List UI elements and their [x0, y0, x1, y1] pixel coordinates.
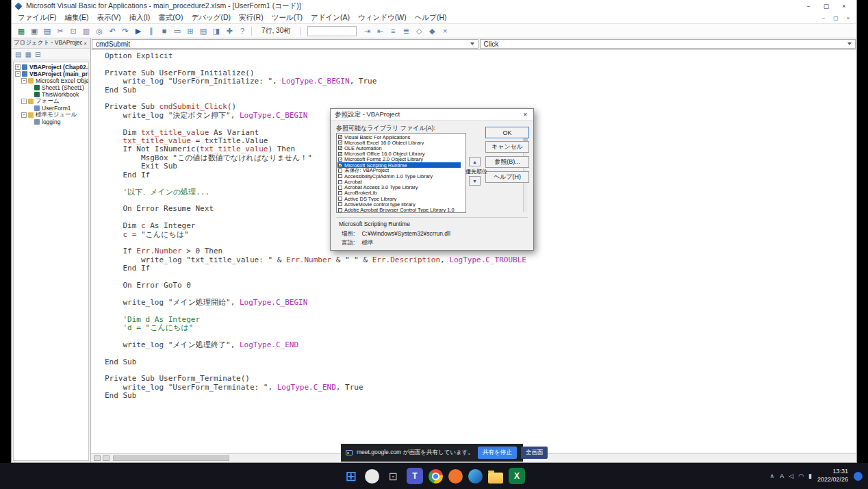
library-item[interactable]: 未保存: VBAProject	[337, 168, 461, 173]
notification-badge[interactable]	[854, 472, 863, 481]
menu-item[interactable]: 書式(O)	[154, 13, 187, 23]
tree-item[interactable]: +VBAProject (Chap02.xl	[14, 64, 88, 71]
dialog-title-bar[interactable]: 参照設定 - VBAProject ×	[331, 109, 533, 121]
checkbox-icon[interactable]: ✓	[338, 163, 342, 167]
collapse-icon[interactable]: −	[15, 71, 21, 77]
scrollbar-thumb[interactable]	[113, 455, 229, 461]
checkbox-icon[interactable]: ✓	[338, 140, 342, 145]
menu-item[interactable]: ヘルプ(H)	[411, 13, 451, 23]
fullscreen-button[interactable]: 全画面	[521, 447, 548, 459]
menu-item[interactable]: ツール(T)	[268, 13, 307, 23]
chrome-icon[interactable]	[429, 469, 443, 484]
child-close-button[interactable]: ×	[842, 13, 854, 23]
checkbox-icon[interactable]	[338, 191, 342, 195]
teams-icon[interactable]: T	[407, 468, 423, 484]
help-button[interactable]: ?	[236, 25, 248, 37]
uncomment-block-button[interactable]: ≣	[400, 25, 412, 37]
redo-button[interactable]: ↷	[119, 25, 131, 37]
file-explorer-icon[interactable]	[488, 473, 503, 484]
restore-button[interactable]: ▢	[817, 0, 835, 12]
tree-item[interactable]: −VBAProject (main_proc	[14, 71, 88, 77]
design-mode-button[interactable]: ▭	[171, 25, 183, 37]
checkbox-icon[interactable]	[338, 168, 342, 173]
stop-sharing-button[interactable]: 共有を停止	[478, 447, 517, 459]
view-code-button[interactable]: ▤	[15, 51, 21, 58]
comment-block-button[interactable]: ≡	[387, 25, 399, 37]
excel-icon[interactable]: X	[509, 468, 525, 484]
cancel-button[interactable]: キャンセル	[485, 141, 529, 153]
browse-button[interactable]: 参照(B)...	[485, 156, 529, 168]
menu-item[interactable]: アドイン(A)	[307, 13, 354, 23]
tray-expand-icon[interactable]: ∧	[770, 473, 775, 479]
search-icon[interactable]	[365, 469, 379, 484]
checkbox-icon[interactable]: ✓	[338, 135, 342, 139]
save-button[interactable]: ▤	[41, 25, 53, 37]
collapse-icon[interactable]: −	[21, 78, 27, 84]
next-bookmark-button[interactable]: ◆	[426, 25, 438, 37]
cut-button[interactable]: ✂	[54, 25, 66, 37]
volume-icon[interactable]: ◁	[789, 473, 793, 479]
library-item[interactable]: AccessibilityCplAdmin 1.0 Type Library	[337, 173, 461, 179]
tree-item[interactable]: logging	[14, 118, 88, 125]
library-item[interactable]: AcroBrokerLib	[337, 190, 461, 196]
library-item[interactable]: ✓Microsoft Excel 16.0 Object Library	[337, 140, 461, 145]
insert-userform-button[interactable]: ▣	[28, 25, 40, 37]
clock[interactable]: 13:31 2022/02/26	[817, 468, 848, 484]
ok-button[interactable]: OK	[485, 127, 529, 138]
project-panel-header[interactable]: プロジェクト - VBAProject ×	[12, 38, 90, 49]
library-item[interactable]: ActiveMovie control type library	[337, 201, 461, 207]
properties-window-button[interactable]: ▤	[197, 25, 209, 37]
menu-item[interactable]: デバッグ(D)	[188, 13, 235, 23]
checkbox-icon[interactable]	[338, 174, 342, 178]
menu-item[interactable]: 挿入(I)	[125, 13, 154, 23]
help-button[interactable]: ヘルプ(H)	[485, 171, 529, 183]
object-browser-button[interactable]: ◨	[210, 25, 222, 37]
view-object-button[interactable]: ▦	[25, 51, 31, 58]
child-restore-button[interactable]: ▢	[830, 13, 842, 23]
menu-item[interactable]: ウィンドウ(W)	[354, 13, 411, 23]
run-button[interactable]: ▶	[132, 25, 144, 37]
checkbox-icon[interactable]	[338, 202, 342, 206]
dialog-close-icon[interactable]: ×	[521, 111, 529, 118]
toggle-bookmark-button[interactable]: ◇	[413, 25, 425, 37]
checkbox-icon[interactable]	[338, 180, 342, 184]
tree-item[interactable]: ThisWorkbook	[14, 91, 88, 98]
copy-button[interactable]: ⊡	[67, 25, 79, 37]
menu-item[interactable]: ファイル(F)	[14, 13, 60, 23]
undo-button[interactable]: ↶	[106, 25, 118, 37]
toggle-folders-button[interactable]: ⊟	[35, 51, 40, 58]
close-button[interactable]: ×	[835, 0, 853, 12]
checkbox-icon[interactable]	[338, 186, 342, 190]
checkbox-icon[interactable]: ✓	[338, 158, 342, 162]
toolbox-button[interactable]: ✚	[223, 25, 235, 37]
reset-button[interactable]: ■	[158, 25, 170, 37]
library-item[interactable]: ✓Microsoft Office 16.0 Object Library	[337, 151, 461, 157]
project-panel-close-icon[interactable]: ×	[82, 40, 88, 47]
checkbox-icon[interactable]: ✓	[338, 152, 342, 156]
child-minimize-button[interactable]: −	[817, 13, 830, 23]
firefox-icon[interactable]	[448, 469, 463, 484]
library-item[interactable]: Acrobat	[337, 179, 461, 185]
tree-item[interactable]: UserForm1	[14, 105, 88, 112]
menu-item[interactable]: 編集(E)	[60, 13, 92, 23]
toolbar-field[interactable]	[307, 26, 357, 36]
library-item[interactable]: Adobe Acrobat Browser Control Type Libra…	[337, 207, 461, 212]
battery-icon[interactable]: ▮	[808, 473, 812, 479]
find-button[interactable]: ◎	[93, 25, 105, 37]
priority-up-button[interactable]: ▲	[469, 157, 481, 166]
split-handle-icon[interactable]	[94, 455, 101, 461]
split-handle-icon[interactable]	[103, 455, 110, 461]
menu-item[interactable]: 表示(V)	[92, 13, 125, 23]
edge-icon[interactable]	[468, 469, 483, 484]
collapse-icon[interactable]: −	[21, 99, 27, 104]
project-explorer-button[interactable]: ⊞	[184, 25, 196, 37]
checkbox-icon[interactable]	[338, 197, 342, 201]
expand-icon[interactable]: +	[15, 64, 21, 70]
wifi-icon[interactable]: ◠	[798, 473, 804, 479]
clear-bookmarks-button[interactable]: ×	[439, 25, 451, 37]
library-item[interactable]: ✓Microsoft Forms 2.0 Object Library	[337, 157, 461, 162]
library-item[interactable]: ✓Visual Basic For Applications	[337, 134, 461, 140]
object-dropdown[interactable]: cmdSubmit	[92, 39, 478, 49]
minimize-button[interactable]: −	[800, 0, 817, 12]
collapse-icon[interactable]: −	[21, 112, 27, 118]
